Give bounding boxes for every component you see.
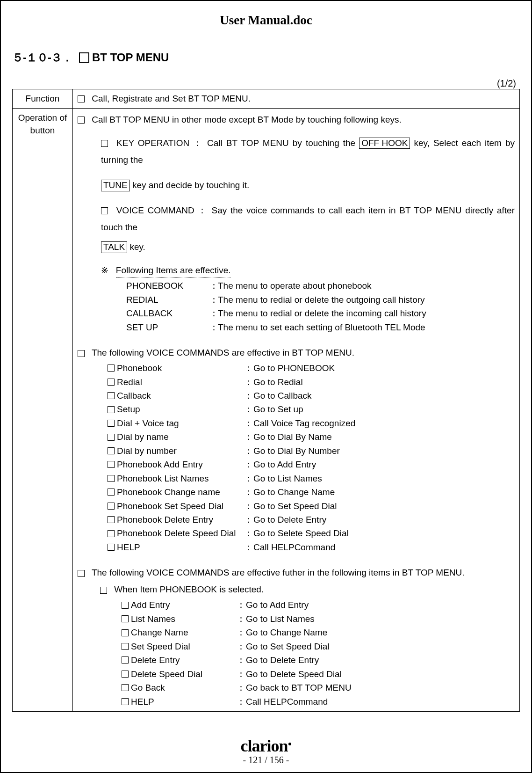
vc-list: Phonebook：Go to PHONEBOOK Redial：Go to R… [108, 361, 515, 554]
colon: ： [244, 458, 253, 471]
function-text: Call, Registrate and Set BT TOP MENU. [92, 94, 251, 103]
square-icon [79, 52, 89, 63]
checkbox-icon [108, 365, 115, 372]
checkbox-icon [78, 95, 85, 102]
checkbox-icon [122, 615, 129, 622]
vc-cmd: Dial + Voice tag [117, 416, 244, 430]
checkbox-icon [101, 207, 108, 214]
vc-cmd: Redial [117, 375, 244, 389]
item-desc: The menu to set each setting of Bluetoot… [218, 321, 515, 334]
colon: ： [209, 321, 218, 334]
vc-desc: Go to Dial By Name [253, 430, 515, 444]
checkbox-icon [122, 698, 129, 705]
key-operation-line: KEY OPERATION ： Call BT TOP MENU by touc… [101, 135, 515, 168]
checkbox-icon [122, 602, 129, 609]
vc-desc: Go to Set up [253, 402, 515, 416]
vc-desc: Go to Callback [253, 389, 515, 402]
colon: ： [244, 430, 253, 444]
vc-desc: Go to Redial [253, 375, 515, 389]
section-title: BT TOP MENU [92, 51, 169, 64]
vc-cmd: Phonebook Delete Entry [117, 513, 244, 526]
item-name: SET UP [126, 321, 209, 334]
colon: ： [244, 416, 253, 430]
vc-desc: Call Voice Tag recognized [253, 416, 515, 430]
vc-desc: Go to Delete Entry [253, 513, 515, 526]
vc-desc: Go to PHONEBOOK [253, 361, 515, 375]
checkbox-icon [78, 570, 85, 577]
doc-title: User Manual.doc [12, 13, 520, 28]
pb-desc: Go to Set Speed Dial [246, 640, 515, 653]
colon: ： [237, 681, 246, 694]
vc-cmd: Phonebook List Names [117, 472, 244, 485]
further-intro: The following VOICE COMMANDS are effecti… [78, 564, 515, 581]
colon: ： [209, 279, 218, 292]
vc-cmd: Phonebook [117, 361, 244, 375]
colon: ： [237, 598, 246, 612]
op-intro-text: Call BT TOP MENU in other mode except BT… [92, 115, 402, 124]
vc-desc: Go to Add Entry [253, 458, 515, 471]
colon: ： [237, 695, 246, 708]
pb-desc: Go to Add Entry [246, 598, 515, 612]
vc-intro-text: The following VOICE COMMANDS are effecti… [92, 348, 354, 357]
vc-cmd: Phonebook Delete Speed Dial [117, 526, 244, 540]
colon: ： [209, 293, 218, 306]
item-desc: The menu to operate about phonebook [218, 279, 515, 292]
checkbox-icon [122, 684, 129, 691]
pb-cmd: Delete Entry [131, 653, 237, 667]
footer: clarion - 121 / 156 - [1, 736, 531, 766]
note-text: Following Items are effective. [116, 265, 231, 277]
colon: ： [244, 485, 253, 499]
checkbox-icon [108, 461, 115, 468]
colon: ： [209, 306, 218, 320]
pb-desc: Call HELPCommand [246, 695, 515, 708]
colon: ： [237, 640, 246, 653]
pb-selected-text: When Item PHONEBOOK is selected. [114, 584, 264, 594]
checkbox-icon [122, 656, 129, 664]
pb-desc: Go to Change Name [246, 626, 515, 639]
operation-label-cell: Operation of button [13, 108, 73, 711]
pb-cmd: Change Name [131, 626, 237, 639]
checkbox-icon [108, 489, 115, 496]
vc-cmd: Phonebook Set Speed Dial [117, 499, 244, 513]
pb-desc: Go to Delete Entry [246, 653, 515, 667]
page-number: - 121 / 156 - [1, 755, 531, 766]
vc-cmd: Callback [117, 389, 244, 402]
vc-cmd: Setup [117, 402, 244, 416]
vc-cmd: Dial by name [117, 430, 244, 444]
checkbox-icon [78, 350, 85, 357]
pb-cmd: Add Entry [131, 598, 237, 612]
logo-dot-icon [288, 743, 291, 745]
checkbox-icon [122, 643, 129, 650]
colon: ： [244, 375, 253, 389]
voice-command-line: VOICE COMMAND ： Say the voice commands t… [101, 202, 515, 236]
colon: ： [237, 626, 246, 639]
item-desc: The menu to redial or delete the outgoin… [218, 293, 515, 306]
colon: ： [244, 513, 253, 526]
checkbox-icon [100, 587, 107, 594]
tune-after-text: key and decide by touching it. [132, 180, 249, 190]
page: User Manual.doc ５-１０-３． BT TOP MENU (1/2… [0, 0, 532, 773]
spec-table: Function Call, Registrate and Set BT TOP… [12, 89, 520, 712]
voice-text-a: VOICE COMMAND ： Say the voice commands t… [101, 205, 515, 232]
colon: ： [244, 540, 253, 554]
colon: ： [237, 653, 246, 667]
checkbox-icon [108, 392, 115, 399]
menu-items: PHONEBOOK：The menu to operate about phon… [126, 279, 515, 334]
vc-cmd: Phonebook Change name [117, 485, 244, 499]
checkbox-icon [122, 671, 129, 678]
offhook-key: OFF HOOK [359, 138, 410, 149]
phonebook-selected: When Item PHONEBOOK is selected. [100, 581, 515, 598]
talk-key: TALK [101, 241, 127, 253]
checkbox-icon [108, 516, 115, 523]
function-text-cell: Call, Registrate and Set BT TOP MENU. [73, 89, 520, 109]
vc-desc: Go to Selete Speed Dial [253, 526, 515, 540]
colon: ： [244, 499, 253, 513]
pb-desc: Go back to BT TOP MENU [246, 681, 515, 694]
note-symbol: ※ [101, 265, 108, 275]
checkbox-icon [108, 475, 115, 482]
colon: ： [244, 472, 253, 485]
colon: ： [237, 667, 246, 681]
checkbox-icon [78, 117, 85, 124]
checkbox-icon [108, 530, 115, 537]
checkbox-icon [108, 447, 115, 454]
